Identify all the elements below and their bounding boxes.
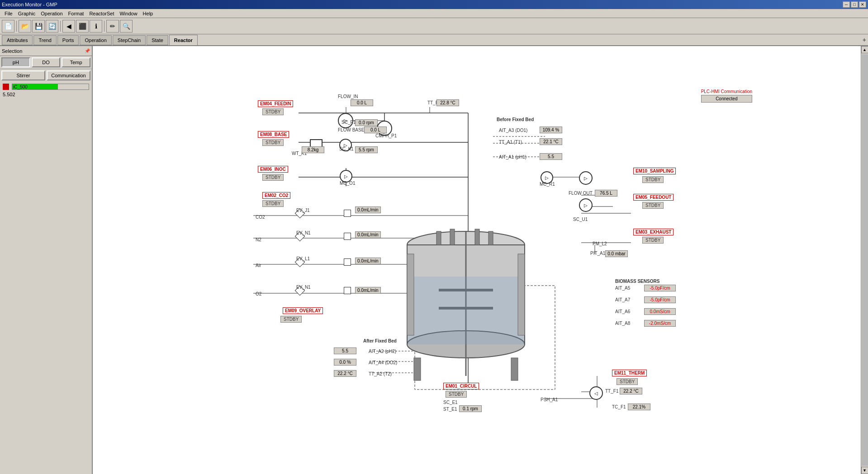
sc-k1-value[interactable]: 5.5 rpm: [355, 146, 378, 153]
ait-a7-row: AIT_A7 -5.0pF/cm: [615, 296, 676, 303]
svg-rect-48: [414, 358, 421, 380]
tab-reactor[interactable]: Reactor: [169, 35, 198, 45]
sampling-pump[interactable]: ▷: [579, 171, 593, 185]
tab-stepchain[interactable]: StepChain: [113, 35, 146, 45]
fc-l1-valve[interactable]: [344, 258, 351, 266]
sc-u1-label: SC_U1: [573, 217, 588, 222]
vertical-scrollbar[interactable]: ▲ ▼: [861, 46, 868, 474]
ait-a8-value[interactable]: -2.0mS/cm: [644, 320, 676, 327]
canvas-area: PLC-HMI Communication Connected EM04_FEE…: [93, 46, 861, 474]
close-button[interactable]: ✕: [859, 1, 866, 8]
tab-operation[interactable]: Operation: [80, 35, 111, 45]
ic-row: iC_500: [0, 82, 92, 92]
pin-button[interactable]: 📌: [85, 48, 90, 53]
tab-ports[interactable]: Ports: [57, 35, 79, 45]
scroll-track[interactable]: [862, 54, 868, 466]
fc-n2-value[interactable]: 0.0mL/min: [355, 287, 381, 294]
tab-add-button[interactable]: +: [863, 36, 866, 43]
fc-j1-valve[interactable]: [344, 210, 351, 217]
toolbar-open[interactable]: 📂: [19, 20, 31, 33]
svg-rect-42: [450, 229, 455, 245]
tab-state[interactable]: State: [147, 35, 168, 45]
toolbar-edit[interactable]: ✏: [106, 20, 119, 33]
menu-window[interactable]: Window: [117, 10, 140, 17]
flow-in-value[interactable]: 0.0 L: [351, 99, 373, 106]
ait-a6-value[interactable]: 0.0mS/cm: [644, 308, 676, 315]
ait-a8-label: AIT_A8: [615, 321, 642, 326]
temp-button[interactable]: Temp: [62, 57, 90, 67]
toolbar-new[interactable]: 📄: [2, 20, 14, 33]
pit-a1-value[interactable]: 0.0 mbar: [605, 250, 628, 257]
em05-status[interactable]: STDBY: [642, 202, 664, 209]
mc-o1-label: MC_O1: [340, 181, 355, 186]
tab-trend[interactable]: Trend: [33, 35, 56, 45]
st-e1-value[interactable]: 0.1 rpm: [459, 405, 482, 412]
communication-button[interactable]: Communication: [47, 70, 90, 80]
em04-label: EM04_FEEDIN: [258, 100, 293, 107]
fc-n2-valve[interactable]: [344, 287, 351, 294]
toolbar-stop[interactable]: ⬛: [76, 20, 89, 33]
fc-l1-value[interactable]: 0.0mL/min: [355, 258, 381, 264]
em11-status[interactable]: STDBY: [617, 378, 638, 385]
em06-status[interactable]: STDBY: [262, 174, 284, 181]
menu-help[interactable]: Help: [140, 10, 156, 17]
svg-rect-43: [475, 229, 479, 245]
flow-base-value[interactable]: 0.0 L: [364, 127, 387, 133]
sc-p1-value[interactable]: 0.0 rpm: [355, 119, 378, 126]
em08-status[interactable]: STDBY: [262, 139, 284, 146]
menu-graphic[interactable]: Graphic: [15, 10, 38, 17]
tt-p3-value[interactable]: 22.8 °C: [436, 99, 459, 106]
toolbar-back[interactable]: ◀: [62, 20, 75, 33]
ait-a5-value[interactable]: -5.0pF/cm: [644, 285, 676, 291]
svg-rect-45: [408, 277, 524, 344]
fc-n1-valve[interactable]: [344, 233, 351, 240]
tab-bar: Attributes Trend Ports Operation StepCha…: [0, 34, 868, 46]
ait-a2-value[interactable]: 5.5: [334, 347, 356, 354]
toolbar-info[interactable]: ℹ: [90, 20, 102, 33]
menu-format[interactable]: Format: [66, 10, 87, 17]
em02-status[interactable]: STDBY: [262, 200, 284, 207]
flow-out-label: FLOW OUT: [569, 191, 593, 196]
em04-status[interactable]: STDBY: [262, 108, 284, 115]
ph-button[interactable]: pH: [1, 57, 30, 67]
menu-reactorset[interactable]: ReactorSet: [86, 10, 117, 17]
toolbar-save[interactable]: 💾: [32, 20, 45, 33]
plc-status: Connected: [701, 95, 752, 103]
menu-file[interactable]: File: [2, 10, 15, 17]
ait-a7-value[interactable]: -5.0pF/cm: [644, 296, 676, 303]
wt-k1-value[interactable]: 8.2kg: [302, 146, 324, 153]
em10-status[interactable]: STDBY: [642, 176, 664, 183]
ait-a5-label: AIT_A5: [615, 286, 642, 291]
em03-status[interactable]: STDBY: [642, 237, 664, 244]
minimize-button[interactable]: ─: [843, 1, 850, 8]
scroll-down-button[interactable]: ▼: [861, 467, 868, 474]
tab-attributes[interactable]: Attributes: [2, 35, 33, 45]
scroll-up-button[interactable]: ▲: [861, 46, 868, 53]
feedout-pump[interactable]: ▷: [579, 198, 593, 212]
plc-title: PLC-HMI Communication: [701, 89, 752, 94]
maximize-button[interactable]: □: [851, 1, 858, 8]
circ-pump[interactable]: ◁: [589, 386, 603, 400]
do-button[interactable]: DO: [32, 57, 61, 67]
em09-status[interactable]: STDBY: [280, 316, 302, 323]
plc-communication-box: PLC-HMI Communication Connected: [701, 89, 752, 103]
reactor-svg: [400, 218, 531, 385]
em01-status[interactable]: STDBY: [446, 391, 467, 398]
ait-a4-value[interactable]: 0.0 %: [334, 359, 356, 366]
tc-f1-value[interactable]: 22.1%: [628, 404, 650, 410]
menu-operation[interactable]: Operation: [38, 10, 65, 17]
title-bar: Execution Monitor - GMP ─ □ ✕: [0, 0, 868, 9]
ait-a3-value[interactable]: 109.4 %: [540, 127, 562, 133]
tt-f1-value[interactable]: 22.2 °C: [620, 388, 642, 394]
tt-a1-value[interactable]: 22.1 °C: [540, 138, 562, 145]
sc-k1-label: SC_K1: [339, 146, 354, 151]
toolbar-refresh[interactable]: 🔄: [46, 20, 58, 33]
flow-out-value[interactable]: 76.5 L: [595, 190, 617, 197]
stirrer-button[interactable]: Stirrer: [1, 70, 45, 80]
toolbar-search[interactable]: 🔍: [120, 20, 133, 33]
ait-a1-value[interactable]: 5.5: [540, 153, 562, 160]
tt-a2-value[interactable]: 22.2 °C: [334, 370, 356, 377]
fc-n1-value[interactable]: 0.0mL/min: [355, 231, 381, 238]
left-buttons-row1: pH DO Temp: [0, 56, 92, 69]
fc-j1-value[interactable]: 0.0mL/min: [355, 206, 381, 213]
